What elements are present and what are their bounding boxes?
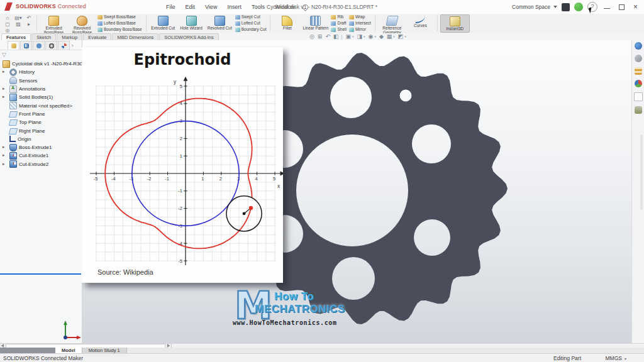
tree-item-history[interactable]: History (0, 68, 82, 76)
hole-wizard-button[interactable]: Hole Wizard (177, 14, 206, 33)
user-avatar[interactable] (574, 3, 583, 11)
draft-button[interactable]: Draft (331, 21, 346, 26)
save-icon[interactable]: ▤▾ (13, 15, 24, 21)
tab-evaluate[interactable]: Evaluate (83, 33, 111, 40)
edit-appearance-icon[interactable]: ◆ (379, 33, 384, 40)
plane-icon (9, 128, 18, 134)
svg-text:2: 2 (180, 136, 182, 141)
fillet-button[interactable]: Fillet (273, 14, 301, 33)
tree-item-top-plane[interactable]: Top Plane (0, 118, 82, 126)
solidworks-resources-icon[interactable] (635, 106, 642, 114)
tree-item-sensors[interactable]: Sensors (0, 77, 82, 85)
intersect-button[interactable]: Intersect (349, 21, 371, 26)
mirror-button[interactable]: Mirror (349, 27, 371, 33)
tab-mbd-dimensions[interactable]: MBD Dimensions (112, 33, 158, 40)
ribbon-separator (36, 16, 37, 31)
boundary-boss-base-button[interactable]: Boundary Boss/Base (97, 27, 142, 33)
task-pane-scrollbar[interactable] (640, 134, 643, 210)
menu-insert[interactable]: Insert (222, 0, 247, 14)
triad-x-arrow (77, 336, 81, 339)
revolved-cut-icon (214, 16, 225, 26)
app-name: SOLIDWORKS Connected (16, 3, 86, 9)
print-icon[interactable]: ▨ (13, 21, 24, 28)
tree-item-solid-bodies[interactable]: Solid Bodies(1) (0, 93, 82, 101)
zoom-to-fit-icon[interactable]: ◎ (309, 33, 314, 40)
tab-sketch[interactable]: Sketch (31, 33, 56, 40)
tree-root-part[interactable]: Cycloidal disk v1 -N20-Rr4-R30-E1 (D (0, 60, 82, 68)
workspace-caret-icon[interactable] (553, 6, 557, 8)
graphics-viewport[interactable]: Epitrochoid -5-5-4-4-3-3-2-2-1-111223344… (82, 40, 632, 343)
undo-icon[interactable]: ↶ (24, 15, 34, 21)
display-style-icon[interactable]: ◨ (357, 33, 363, 40)
apply-scene-icon[interactable]: ▦ (387, 33, 392, 40)
wrap-button[interactable]: Wrap (349, 14, 371, 20)
tree-item-cut-extrude2[interactable]: Cut-Extrude2 (0, 160, 82, 168)
menu-edit[interactable]: Edit (180, 0, 201, 14)
curves-button[interactable]: Curves (406, 14, 435, 33)
linear-pattern-button[interactable]: Linear Pattern (301, 14, 330, 33)
boundary-cut-button[interactable]: Boundary Cut (235, 27, 267, 33)
configuration-manager-tab[interactable] (33, 41, 45, 50)
section-view-icon[interactable]: ◧ (333, 33, 339, 40)
tree-item-material[interactable]: Material <not specified> (0, 101, 82, 109)
tab-splitter-box[interactable] (0, 348, 55, 353)
minimize-button[interactable] (602, 2, 612, 12)
3dexperience-app-icon[interactable] (562, 3, 570, 11)
tree-item-right-plane[interactable]: Right Plane (0, 126, 82, 134)
shell-button[interactable]: Shell (331, 27, 346, 33)
revolved-cut-button[interactable]: Revolved Cut (206, 14, 234, 33)
tree-item-annotations[interactable]: Annotations (0, 85, 82, 93)
panel-splitter[interactable] (0, 273, 81, 275)
extruded-cut-button[interactable]: Extruded Cut (149, 14, 177, 33)
reference-geometry-button[interactable]: Reference Geometry (378, 14, 406, 33)
tab-features[interactable]: Features (1, 33, 31, 40)
design-library-icon[interactable] (635, 55, 642, 62)
tree-item-origin[interactable]: Origin (0, 135, 82, 143)
status-units-selector[interactable]: MMGS (606, 355, 626, 361)
property-manager-tab[interactable]: E (20, 41, 32, 50)
restore-button[interactable] (616, 2, 626, 12)
tab-markup[interactable]: Markup (57, 33, 82, 40)
toolbox-icon[interactable] (635, 67, 642, 75)
motion-study-tab[interactable]: Motion Study 1 (82, 348, 127, 353)
model-tab[interactable]: Model (55, 348, 82, 353)
select-arrow-icon[interactable]: ▸ (24, 21, 34, 28)
zoom-to-area-icon[interactable]: ⊞ (318, 33, 323, 40)
lofted-cut-button[interactable]: Lofted Cut (235, 21, 267, 26)
svg-text:x: x (277, 183, 280, 189)
instant3d-button[interactable]: Instant3D (440, 14, 470, 33)
3dexperience-home-icon[interactable] (635, 42, 642, 50)
custom-properties-icon[interactable] (634, 92, 643, 101)
lofted-boss-base-button[interactable]: Lofted Boss/Base (97, 21, 142, 26)
heads-up-view-toolbar: ◎ ⊞ ↶ ◧ ▣▾ ◨▾ ◉▾ ◆ ▦▾ ◩▾ (309, 33, 406, 40)
swept-cut-button[interactable]: Swept Cut (235, 14, 267, 20)
featuremanager-tree-tab[interactable] (8, 41, 19, 50)
home-icon[interactable]: ⌂ (3, 15, 13, 21)
extruded-boss-base-button[interactable]: Extruded Boss/Base (40, 14, 68, 33)
appearances-icon[interactable] (635, 80, 642, 87)
tab-solidworks-addins[interactable]: SOLIDWORKS Add-Ins (159, 33, 218, 40)
filter-funnel-icon[interactable]: ▽ (2, 52, 6, 58)
tab-overflow-chevron-icon[interactable]: › (72, 41, 74, 50)
rib-button[interactable]: Rib (331, 14, 346, 20)
menu-view[interactable]: View (200, 0, 222, 14)
tree-item-front-plane[interactable]: Front Plane (0, 110, 82, 118)
close-button[interactable] (631, 2, 641, 12)
display-manager-tab[interactable] (58, 41, 70, 50)
tree-item-cut-extrude1[interactable]: Cut-Extrude1 (0, 151, 82, 160)
workspace-selector[interactable]: Common Space (512, 4, 550, 10)
view-settings-icon[interactable]: ◩ (398, 33, 404, 40)
boss-base-group: Extruded Boss/Base Revolved Boss/Base Sw… (38, 14, 145, 33)
svg-text:1: 1 (201, 176, 204, 182)
tree-item-boss-extrude1[interactable]: Boss-Extrude1 (0, 143, 82, 151)
revolved-boss-base-button[interactable]: Revolved Boss/Base (68, 14, 96, 33)
view-orientation-icon[interactable]: ▣ (345, 33, 351, 40)
swept-boss-base-button[interactable]: Swept Boss/Base (97, 14, 142, 20)
svg-text:-4: -4 (111, 176, 116, 182)
menu-file[interactable]: File (161, 0, 180, 14)
dimxpert-manager-tab[interactable] (45, 41, 57, 50)
help-button[interactable] (587, 2, 597, 12)
hide-show-items-icon[interactable]: ◉ (369, 33, 374, 40)
new-document-icon[interactable]: ▢ (3, 21, 13, 28)
previous-view-icon[interactable]: ↶ (325, 33, 330, 40)
